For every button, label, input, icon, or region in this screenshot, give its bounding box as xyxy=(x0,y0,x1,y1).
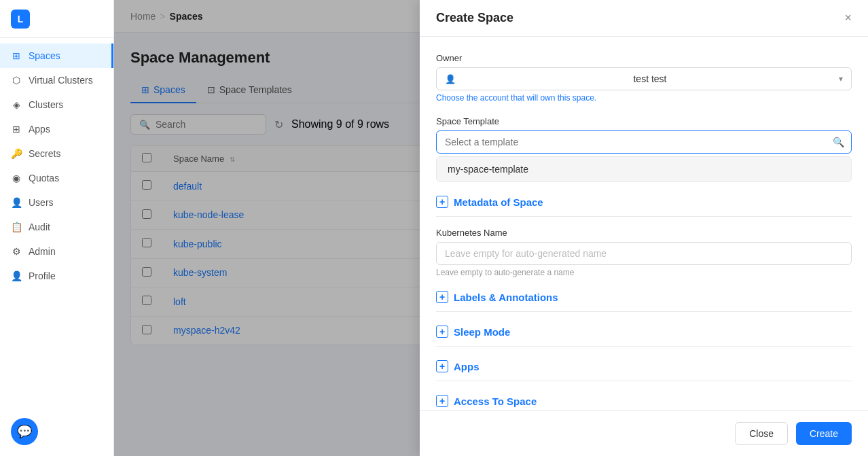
owner-chevron-icon: ▾ xyxy=(839,74,843,84)
sidebar-item-spaces[interactable]: ⊞ Spaces xyxy=(0,43,113,68)
drawer-close-button[interactable]: × xyxy=(844,11,852,25)
secrets-icon: 🔑 xyxy=(11,148,22,159)
template-label: Space Template xyxy=(436,116,852,126)
sidebar-item-label: Virtual Clusters xyxy=(29,75,93,86)
access-expand-icon: + xyxy=(436,395,448,407)
main-area: Home > Spaces Space Management ⊞ Spaces … xyxy=(114,0,868,456)
kubernetes-name-input[interactable] xyxy=(436,242,852,265)
sidebar-item-profile[interactable]: 👤 Profile xyxy=(0,264,113,288)
metadata-divider xyxy=(436,216,852,217)
sidebar-item-label: Quotas xyxy=(29,173,59,183)
apps-section-label: Apps xyxy=(454,361,480,372)
drawer-footer: Close Create xyxy=(420,410,868,456)
sidebar-bottom: 💬 xyxy=(0,407,113,456)
template-option[interactable]: my-space-template xyxy=(437,157,851,181)
users-icon: 👤 xyxy=(11,197,22,208)
sleep-mode-divider xyxy=(436,346,852,347)
clusters-icon: ◈ xyxy=(11,99,22,110)
kubernetes-name-helper: Leave empty to auto-generate a name xyxy=(436,268,852,277)
sidebar-item-audit[interactable]: 📋 Audit xyxy=(0,215,113,239)
kubernetes-name-field: Kubernetes Name Leave empty to auto-gene… xyxy=(436,228,852,277)
quotas-icon: ◉ xyxy=(11,173,22,183)
sidebar-item-apps[interactable]: ⊞ Apps xyxy=(0,117,113,141)
metadata-expand-icon: + xyxy=(436,196,448,208)
sidebar-item-users[interactable]: 👤 Users xyxy=(0,190,113,215)
template-search-icon: 🔍 xyxy=(833,137,844,147)
drawer-body: Owner 👤 test test ▾ Choose the account t… xyxy=(420,37,868,410)
owner-user-icon: 👤 xyxy=(445,74,456,84)
sleep-mode-section-header[interactable]: + Sleep Mode xyxy=(436,326,852,338)
spaces-icon: ⊞ xyxy=(11,50,22,61)
access-section-header[interactable]: + Access To Space xyxy=(436,395,852,407)
create-button[interactable]: Create xyxy=(796,422,852,445)
drawer-title: Create Space xyxy=(436,11,513,25)
owner-value: test test xyxy=(633,73,666,84)
sidebar: L ⊞ Spaces ⬡ Virtual Clusters ◈ Clusters… xyxy=(0,0,114,456)
labels-section-header[interactable]: + Labels & Annotations xyxy=(436,291,852,303)
metadata-section-label: Metadata of Space xyxy=(454,196,543,208)
access-section-label: Access To Space xyxy=(454,396,537,407)
apps-section-header[interactable]: + Apps xyxy=(436,360,852,372)
sidebar-item-label: Profile xyxy=(29,270,56,281)
owner-field: Owner 👤 test test ▾ Choose the account t… xyxy=(436,53,852,103)
apps-icon: ⊞ xyxy=(11,124,22,135)
sidebar-item-label: Apps xyxy=(29,124,50,135)
drawer-header: Create Space × xyxy=(420,0,868,37)
sidebar-item-clusters[interactable]: ◈ Clusters xyxy=(0,92,113,117)
logo-icon: L xyxy=(11,10,30,29)
sidebar-item-label: Users xyxy=(29,197,54,208)
sidebar-item-label: Audit xyxy=(29,222,50,232)
sidebar-item-quotas[interactable]: ◉ Quotas xyxy=(0,166,113,190)
sidebar-item-admin[interactable]: ⚙ Admin xyxy=(0,239,113,264)
labels-expand-icon: + xyxy=(436,291,448,303)
profile-icon: 👤 xyxy=(11,270,22,281)
template-search-box: 🔍 xyxy=(436,130,852,154)
admin-icon: ⚙ xyxy=(11,246,22,257)
owner-select[interactable]: 👤 test test ▾ xyxy=(436,67,852,90)
sleep-mode-section-label: Sleep Mode xyxy=(454,326,510,338)
owner-helper: Choose the account that will own this sp… xyxy=(436,93,852,103)
sidebar-item-secrets[interactable]: 🔑 Secrets xyxy=(0,141,113,166)
sidebar-item-label: Admin xyxy=(29,246,56,257)
sidebar-item-label: Spaces xyxy=(29,50,60,61)
template-search-input[interactable] xyxy=(437,131,851,153)
sidebar-nav: ⊞ Spaces ⬡ Virtual Clusters ◈ Clusters ⊞… xyxy=(0,38,113,407)
virtual-clusters-icon: ⬡ xyxy=(11,75,22,86)
sleep-mode-expand-icon: + xyxy=(436,326,448,338)
template-dropdown: my-space-template xyxy=(436,156,852,182)
audit-icon: 📋 xyxy=(11,222,22,232)
metadata-section-header[interactable]: + Metadata of Space xyxy=(436,196,852,208)
sidebar-item-label: Clusters xyxy=(29,99,63,110)
labels-section-label: Labels & Annotations xyxy=(454,292,558,303)
chat-button[interactable]: 💬 xyxy=(11,418,38,445)
close-button[interactable]: Close xyxy=(735,422,788,445)
sidebar-item-virtual-clusters[interactable]: ⬡ Virtual Clusters xyxy=(0,68,113,92)
logo: L xyxy=(0,0,113,38)
apps-expand-icon: + xyxy=(436,360,448,372)
sidebar-item-label: Secrets xyxy=(29,148,60,159)
create-space-drawer: Create Space × Owner 👤 test test ▾ Choos… xyxy=(420,0,868,456)
labels-divider xyxy=(436,311,852,312)
apps-divider xyxy=(436,381,852,381)
kubernetes-name-label: Kubernetes Name xyxy=(436,228,852,238)
template-field: Space Template 🔍 my-space-template xyxy=(436,116,852,182)
owner-label: Owner xyxy=(436,53,852,63)
